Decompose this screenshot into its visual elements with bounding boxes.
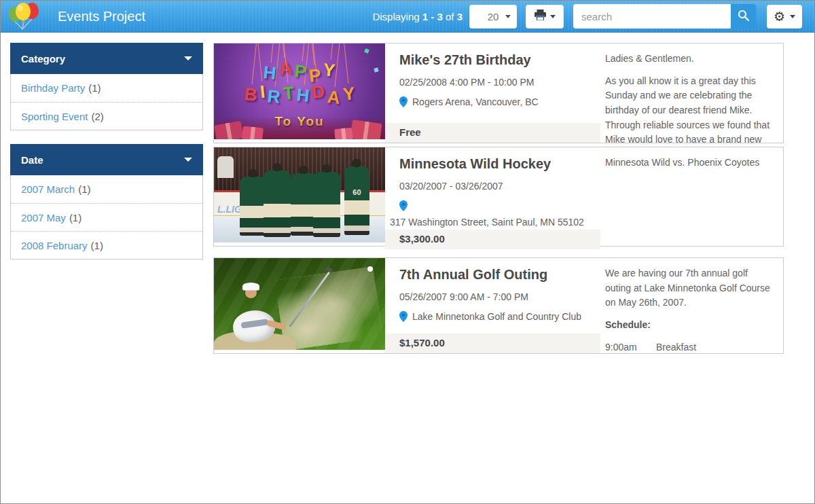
- category-count: (2): [91, 111, 103, 122]
- date-count: (1): [78, 183, 90, 195]
- event-description: We are having our 7th annual golf outing…: [600, 258, 783, 353]
- category-link[interactable]: Sporting Event: [21, 111, 88, 122]
- event-card-hockey[interactable]: L.LIGHT 60 Minnesota Wild Hockey 03/20/2…: [213, 147, 784, 247]
- event-card-golf[interactable]: 7th Annual Golf Outing 05/26/2007 9:00 A…: [213, 257, 784, 354]
- event-image-birthday: HAPPYBIRTHDAY To You: [214, 43, 385, 139]
- balloons-logo-icon: [6, 0, 41, 33]
- displaying-status: Displaying 1 - 3 of 3: [372, 11, 463, 22]
- print-button[interactable]: [526, 5, 564, 29]
- event-title: Minnesota Wild Hockey: [399, 156, 587, 172]
- sidebar-item-2008-february: 2008 February (1): [11, 231, 202, 259]
- event-summary: 7th Annual Golf Outing 05/26/2007 9:00 A…: [385, 258, 600, 353]
- event-title: Mike's 27th Birthday: [399, 52, 587, 68]
- location-pin-icon: [399, 311, 408, 326]
- event-datetime: 03/20/2007 - 03/26/2007: [399, 181, 587, 192]
- event-list: HAPPYBIRTHDAY To You Mike's 27th Birthda…: [213, 43, 784, 354]
- page-size-value: 20: [488, 11, 499, 22]
- chevron-down-icon: [184, 56, 192, 60]
- location-pin-icon: [399, 96, 408, 111]
- printer-icon: [535, 10, 546, 23]
- gift-boxes: [214, 116, 385, 139]
- page-title: Events Project: [58, 9, 145, 24]
- category-link[interactable]: Birthday Party: [21, 82, 85, 94]
- date-link[interactable]: 2008 February: [21, 240, 88, 251]
- event-summary: Mike's 27th Birthday 02/25/2008 4:00 PM …: [385, 43, 600, 143]
- sidebar-item-sporting-event: Sporting Event (2): [11, 102, 202, 130]
- jersey-number: 60: [344, 188, 370, 196]
- chevron-down-icon: [184, 158, 192, 162]
- event-datetime: 05/26/2007 9:00 AM - 7:00 PM: [399, 291, 587, 302]
- event-location: Rogers Arena, Vancouver, BC: [399, 95, 587, 111]
- event-price: Free: [385, 123, 600, 143]
- search-bar: [573, 4, 756, 29]
- search-icon: [738, 10, 749, 23]
- gear-icon: ⚙: [774, 10, 785, 23]
- event-location: Lake Minnetonka Golf and Country Club: [399, 310, 587, 326]
- date-link[interactable]: 2007 May: [21, 212, 66, 223]
- event-title: 7th Annual Golf Outing: [399, 267, 587, 283]
- chevron-down-icon: [505, 15, 511, 18]
- search-input[interactable]: [573, 4, 731, 29]
- schedule-item: Breakfast: [656, 340, 696, 353]
- filter-sidebar: Category Birthday Party (1) Sporting Eve…: [10, 43, 203, 273]
- event-description: Minnesota Wild vs. Phoenix Coyotes: [600, 147, 783, 246]
- event-description: Ladies & Gentlemen. As you all know it i…: [600, 43, 783, 143]
- sidebar-item-2007-may: 2007 May (1): [11, 203, 202, 231]
- settings-button[interactable]: ⚙: [767, 5, 802, 29]
- category-count: (1): [88, 82, 101, 94]
- page-size-select[interactable]: 20: [469, 5, 517, 29]
- event-location: 317 Washington Street, Saint Paul, MN 55…: [399, 199, 587, 230]
- date-count: (1): [69, 212, 82, 223]
- sidebar-item-2007-march: 2007 March (1): [11, 175, 202, 203]
- schedule-label: Schedule:: [605, 318, 775, 333]
- event-price: $3,300.00: [385, 230, 600, 249]
- event-summary: Minnesota Wild Hockey 03/20/2007 - 03/26…: [385, 147, 600, 246]
- event-image-hockey: L.LIGHT 60: [214, 147, 385, 242]
- category-panel: Category Birthday Party (1) Sporting Eve…: [10, 43, 203, 130]
- chevron-down-icon: [550, 15, 556, 18]
- location-pin-icon: [399, 200, 408, 215]
- birthday-letters: HAPPYBIRTHDAY: [214, 60, 385, 106]
- event-image-golf: [214, 258, 385, 350]
- event-price: $1,570.00: [385, 334, 600, 353]
- category-panel-header[interactable]: Category: [10, 43, 203, 74]
- date-panel: Date 2007 March (1) 2007 May (1) 2008 Fe…: [10, 144, 203, 259]
- schedule-time: 9:00am: [605, 340, 656, 353]
- main-content: Category Birthday Party (1) Sporting Eve…: [1, 33, 814, 354]
- schedule-row: 9:00am Breakfast: [605, 340, 775, 353]
- search-button[interactable]: [731, 4, 756, 29]
- date-count: (1): [91, 240, 103, 251]
- app-header: Events Project Displaying 1 - 3 of 3 20: [1, 1, 814, 33]
- date-link[interactable]: 2007 March: [21, 183, 75, 195]
- sidebar-item-birthday-party: Birthday Party (1): [11, 74, 202, 102]
- chevron-down-icon: [790, 15, 795, 18]
- event-card-birthday[interactable]: HAPPYBIRTHDAY To You Mike's 27th Birthda…: [213, 43, 784, 143]
- date-panel-header[interactable]: Date: [10, 144, 203, 175]
- event-datetime: 02/25/2008 4:00 PM - 10:00 PM: [399, 77, 587, 88]
